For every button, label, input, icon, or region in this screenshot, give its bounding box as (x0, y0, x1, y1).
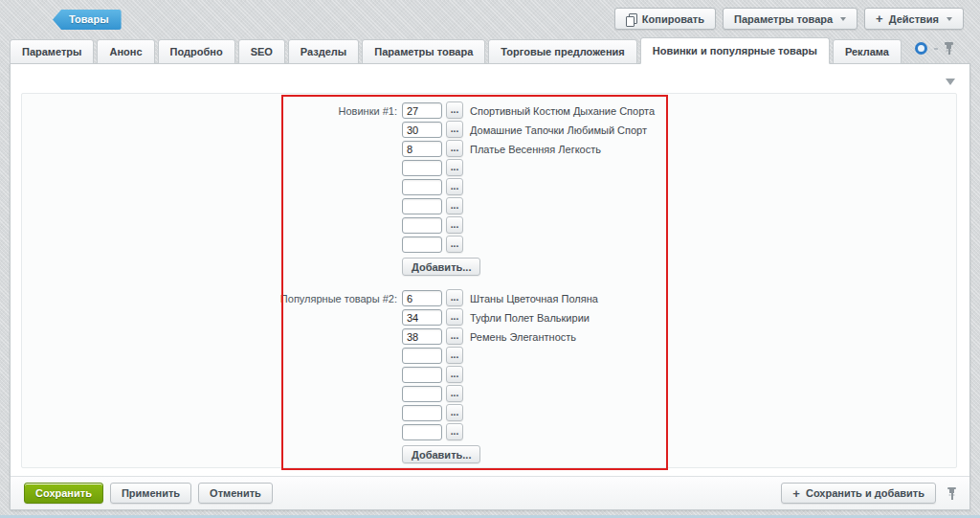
browse-product-button[interactable]: ... (446, 423, 463, 440)
browse-product-button[interactable]: ... (446, 366, 463, 383)
product-id-input[interactable] (402, 122, 442, 138)
save-button[interactable]: Сохранить (24, 483, 103, 504)
form-panel: Новинки #1:...Спортивный Костюм Дыхание … (0, 0, 980, 518)
cancel-button[interactable]: Отменить (198, 483, 273, 504)
product-id-input[interactable] (402, 236, 442, 253)
page: Товары Копировать Параметры товара Дейст… (0, 0, 980, 518)
product-name: Штаны Цветочная Поляна (470, 293, 598, 304)
product-id-input[interactable] (402, 309, 442, 326)
product-name: Спортивный Костюм Дыхание Спорта (470, 105, 655, 117)
product-id-input[interactable] (402, 328, 442, 345)
browse-product-button[interactable]: ... (446, 385, 463, 402)
browse-product-button[interactable]: ... (446, 327, 463, 345)
product-id-input[interactable] (402, 217, 442, 234)
add-row-button[interactable]: Добавить... (402, 445, 480, 463)
browse-product-button[interactable]: ... (446, 404, 463, 421)
product-name: Домашние Тапочки Любимый Спорт (470, 124, 647, 136)
apply-button[interactable]: Применить (110, 483, 191, 504)
product-id-input[interactable] (402, 405, 442, 421)
product-id-input[interactable] (402, 198, 442, 214)
footer-bar: Сохранить Применить Отменить Сохранить и… (11, 476, 969, 509)
product-name: Ремень Элегантность (470, 331, 576, 343)
save-and-add-label: Сохранить и добавить (806, 487, 924, 499)
product-name: Платье Весенняя Легкость (470, 144, 601, 155)
product-name: Туфли Полет Валькирии (470, 312, 590, 324)
section-label: Новинки #1: (19, 105, 397, 117)
browse-product-button[interactable]: ... (446, 289, 463, 306)
browse-product-button[interactable]: ... (446, 308, 463, 326)
plus-icon (792, 487, 800, 500)
browse-product-button[interactable]: ... (446, 216, 463, 234)
section-label: Популярные товары #2: (19, 293, 397, 304)
browse-product-button[interactable]: ... (446, 101, 463, 119)
product-id-input[interactable] (402, 160, 442, 176)
save-and-add-button[interactable]: Сохранить и добавить (781, 483, 936, 504)
product-id-input[interactable] (402, 386, 442, 402)
product-id-input[interactable] (402, 290, 442, 306)
browse-product-button[interactable]: ... (446, 178, 463, 195)
add-row-button[interactable]: Добавить... (402, 258, 480, 276)
product-id-input[interactable] (402, 424, 442, 440)
product-id-input[interactable] (402, 179, 442, 195)
browse-product-button[interactable]: ... (446, 197, 463, 214)
product-id-input[interactable] (402, 102, 442, 119)
browse-product-button[interactable]: ... (446, 236, 463, 253)
browse-product-button[interactable]: ... (446, 347, 463, 364)
pin-icon[interactable] (947, 487, 956, 500)
product-id-input[interactable] (402, 141, 442, 157)
browse-product-button[interactable]: ... (446, 140, 463, 157)
product-id-input[interactable] (402, 348, 442, 364)
browse-product-button[interactable]: ... (446, 121, 463, 138)
browse-product-button[interactable]: ... (446, 159, 463, 176)
product-id-input[interactable] (402, 367, 442, 383)
